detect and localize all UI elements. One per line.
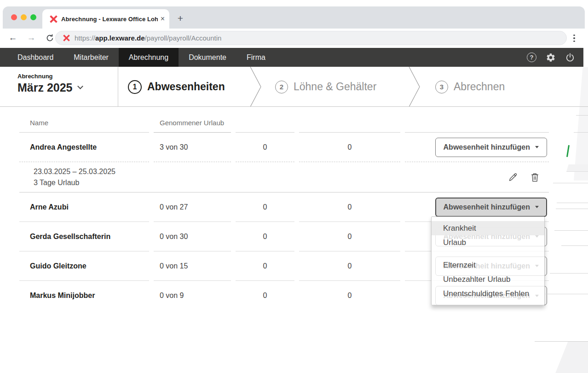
step-label: Abwesenheiten — [147, 81, 225, 93]
tab-close-icon[interactable]: × — [161, 15, 165, 23]
decoration-line — [535, 341, 588, 342]
count-value: 0 — [299, 222, 400, 251]
dropdown-item-elternzeit[interactable]: Elternzeit — [432, 258, 544, 272]
background-page-corner — [534, 342, 588, 373]
count-value: 0 — [236, 281, 294, 310]
vacation-taken: 0 von 15 — [154, 251, 231, 281]
forward-icon[interactable]: → — [26, 31, 37, 44]
app-navbar: Dashboard Mitarbeiter Abrechnung Dokumen… — [0, 48, 583, 67]
count-value: 0 — [299, 281, 400, 310]
header-bottom-border — [0, 106, 588, 107]
vacation-taken: 0 von 9 — [154, 281, 231, 310]
caret-down-icon — [535, 206, 539, 208]
employee-name: Andrea Angestellte — [19, 133, 149, 162]
caret-down-icon — [535, 146, 539, 148]
count-value: 0 — [299, 251, 400, 281]
wizard-step-abwesenheiten[interactable]: 1 Abwesenheiten — [128, 67, 225, 107]
wizard-step-abrechnen[interactable]: 3 Abrechnen — [435, 67, 505, 107]
dropdown-group-gap — [432, 250, 544, 258]
address-bar[interactable]: https://app.lexware.de/payroll/payroll/A… — [55, 31, 567, 45]
decoration-line — [574, 132, 588, 133]
url-text: https://app.lexware.de/payroll/payroll/A… — [75, 34, 221, 42]
background-green-mark — [566, 145, 570, 157]
step-number: 3 — [435, 81, 448, 93]
nav-item-abrechnung[interactable]: Abrechnung — [119, 48, 179, 67]
vacation-taken: 0 von 30 — [154, 222, 231, 251]
step-label: Abrechnen — [454, 81, 505, 93]
nav-item-firma[interactable]: Firma — [236, 48, 276, 67]
decoration-line — [546, 294, 588, 294]
back-icon[interactable]: ← — [7, 31, 18, 44]
step-number: 1 — [128, 80, 142, 94]
browser-menu-icon[interactable] — [570, 32, 578, 44]
step-separator-icon — [409, 67, 421, 107]
help-icon[interactable]: ? — [527, 52, 536, 62]
url-favicon-icon — [63, 35, 70, 41]
period-value: März 2025 — [17, 81, 73, 94]
absence-type-label: 3 Tage Urlaub — [34, 177, 549, 188]
window-minimize-button[interactable] — [21, 14, 27, 20]
browser-tab[interactable]: Abrechnung - Lexware Office Lohn × — [42, 9, 169, 29]
count-value: 0 — [236, 251, 294, 281]
nav-item-mitarbeiter[interactable]: Mitarbeiter — [63, 48, 119, 67]
decoration-line — [561, 245, 588, 246]
decoration-line — [550, 273, 588, 274]
step-separator-icon — [250, 67, 262, 107]
vacation-taken: 3 von 30 — [154, 133, 231, 162]
window-zoom-button[interactable] — [30, 14, 36, 20]
count-value: 0 — [236, 192, 294, 222]
dropdown-item-unbezahlter-urlaub[interactable]: Unbezahlter Urlaub — [432, 272, 544, 286]
decoration-line — [557, 203, 588, 203]
step-number: 2 — [275, 81, 288, 93]
absence-date-range: 23.03.2025 – 25.03.2025 — [34, 166, 549, 177]
count-value: 0 — [299, 192, 400, 222]
page-header: Abrechnung März 2025 1 Abwesenheiten 2 L… — [0, 67, 584, 107]
absence-type-dropdown: Krankheit Urlaub Elternzeit Unbezahlter … — [431, 216, 545, 305]
dropdown-item-krankheit[interactable]: Krankheit — [432, 221, 544, 235]
period-selector[interactable]: März 2025 — [17, 81, 82, 94]
edit-pencil-icon[interactable] — [508, 172, 518, 182]
decoration-line — [556, 209, 588, 209]
employee-name: Markus Minijobber — [19, 281, 149, 310]
dropdown-item-urlaub[interactable]: Urlaub — [432, 235, 544, 250]
employee-name: Arne Azubi — [19, 192, 149, 222]
vacation-taken: 0 von 27 — [154, 192, 231, 222]
chevron-down-icon — [77, 83, 83, 89]
browser-tab-strip: Abrechnung - Lexware Office Lohn × + — [3, 6, 585, 29]
nav-item-dashboard[interactable]: Dashboard — [7, 48, 63, 67]
power-logout-icon[interactable] — [565, 52, 575, 63]
nav-item-dokumente[interactable]: Dokumente — [179, 48, 236, 67]
new-tab-button[interactable]: + — [174, 12, 187, 25]
reload-icon[interactable] — [44, 31, 55, 44]
dropdown-item-unentschuldigtes-fehlen[interactable]: Unentschuldigtes Fehlen — [432, 286, 544, 301]
count-value: 0 — [299, 133, 400, 162]
header-divider — [118, 67, 118, 107]
add-absence-button-active[interactable]: Abwesenheit hinzufügen — [435, 198, 547, 217]
browser-toolbar: ← → https://app.lexware.de/payroll/payro… — [0, 29, 585, 48]
wizard-step-loehne-gehaelter[interactable]: 2 Löhne & Gehälter — [275, 67, 376, 107]
column-header-name: Name — [19, 111, 149, 133]
window-controls — [11, 14, 36, 20]
column-header-vacation: Genommener Urlaub — [154, 111, 231, 133]
window-close-button[interactable] — [11, 14, 17, 20]
delete-trash-icon[interactable] — [530, 172, 540, 182]
decoration-line — [554, 230, 588, 231]
background-gray-patch — [566, 164, 588, 172]
decoration-line — [576, 115, 588, 116]
tab-title: Abrechnung - Lexware Office Lohn — [61, 16, 158, 23]
absence-detail-row: 23.03.2025 – 25.03.2025 3 Tage Urlaub — [19, 162, 549, 192]
period-section-label: Abrechnung — [17, 73, 53, 80]
table-header-row: Name Genommener Urlaub — [19, 111, 549, 133]
decoration-line — [553, 183, 588, 183]
count-value: 0 — [236, 222, 294, 251]
count-value: 0 — [236, 133, 294, 162]
gear-icon[interactable] — [546, 52, 556, 63]
employee-name: Guido Gleitzone — [19, 251, 149, 281]
employee-name: Gerda Gesellschafterin — [19, 222, 149, 251]
table-row: Andrea Angestellte 3 von 30 0 0 Abwesenh… — [19, 133, 549, 162]
add-absence-button[interactable]: Abwesenheit hinzufügen — [435, 138, 547, 157]
step-label: Löhne & Gehälter — [294, 81, 376, 93]
lexware-favicon-icon — [50, 15, 58, 23]
